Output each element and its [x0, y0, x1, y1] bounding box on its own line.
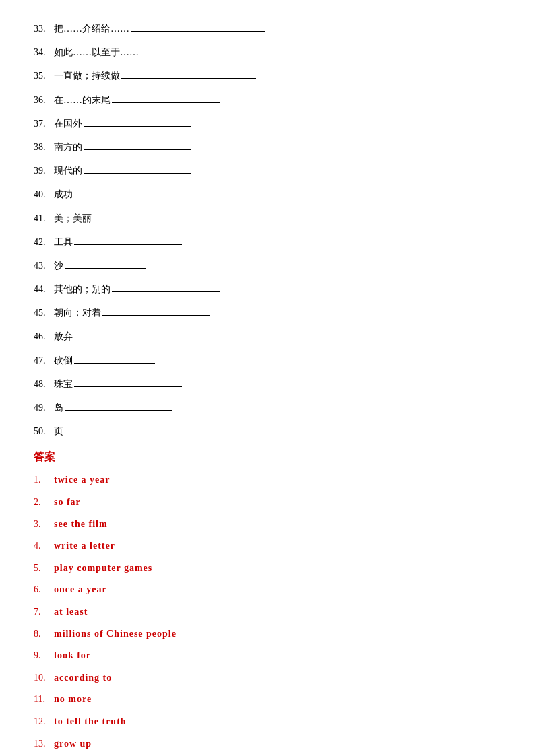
question-item: 40.成功 — [34, 186, 501, 203]
answer-number: 10. — [34, 669, 54, 687]
question-text: 在……的末尾 — [54, 92, 111, 108]
question-text: 放弃 — [54, 328, 73, 345]
question-number: 43. — [34, 257, 54, 274]
question-item: 49.岛 — [34, 399, 501, 416]
answer-item: 11.no more — [34, 691, 501, 709]
answer-number: 7. — [34, 603, 54, 621]
answer-text: so far — [54, 493, 81, 512]
question-number: 47. — [34, 352, 54, 369]
question-item: 37.在国外 — [34, 115, 501, 132]
question-number: 40. — [34, 186, 54, 203]
question-number: 46. — [34, 328, 54, 345]
answers-list: 1.twice a year2.so far3.see the film4.wr… — [34, 471, 501, 756]
question-item: 47.砍倒 — [34, 352, 501, 369]
answer-underline — [93, 211, 201, 221]
question-text: 南方的 — [54, 139, 82, 156]
answer-underline — [112, 281, 220, 292]
question-number: 44. — [34, 281, 54, 298]
question-number: 35. — [34, 67, 54, 84]
question-number: 36. — [34, 92, 54, 108]
answer-text: play computer games — [54, 559, 152, 578]
answer-underline — [140, 44, 275, 55]
question-item: 38.南方的 — [34, 139, 501, 156]
question-text: 朝向；对着 — [54, 304, 101, 321]
answer-text: to tell the truth — [54, 713, 127, 731]
answer-underline — [102, 305, 210, 316]
question-text: 沙 — [54, 257, 63, 274]
question-item: 44.其他的；别的 — [34, 281, 501, 298]
answer-item: 5.play computer games — [34, 559, 501, 578]
question-number: 48. — [34, 376, 54, 392]
question-number: 41. — [34, 210, 54, 227]
answer-number: 8. — [34, 625, 54, 644]
answer-number: 5. — [34, 559, 54, 578]
question-number: 34. — [34, 44, 54, 61]
answer-item: 12.to tell the truth — [34, 713, 501, 731]
answer-underline — [74, 353, 155, 364]
answer-underline — [65, 258, 146, 269]
answer-item: 4.write a letter — [34, 537, 501, 555]
answer-text: write a letter — [54, 537, 115, 555]
question-number: 39. — [34, 162, 54, 179]
answers-section: 答案 1.twice a year2.so far3.see the film4… — [34, 450, 501, 756]
question-text: 现代的 — [54, 162, 82, 179]
question-text: 一直做；持续做 — [54, 67, 120, 84]
question-list: 33.把……介绍给……34.如此……以至于……35.一直做；持续做36.在……的… — [34, 20, 501, 440]
answer-number: 1. — [34, 471, 54, 489]
answer-item: 1.twice a year — [34, 471, 501, 489]
answer-underline — [121, 68, 256, 79]
question-number: 42. — [34, 234, 54, 250]
question-item: 46.放弃 — [34, 328, 501, 345]
answer-item: 10.according to — [34, 669, 501, 687]
answer-underline — [84, 139, 191, 150]
question-text: 成功 — [54, 186, 73, 203]
answer-underline — [65, 423, 172, 434]
question-item: 45.朝向；对着 — [34, 304, 501, 321]
answer-underline — [131, 21, 265, 32]
answer-item: 6.once a year — [34, 581, 501, 599]
question-text: 在国外 — [54, 115, 82, 132]
answer-number: 2. — [34, 493, 54, 512]
answer-underline — [74, 376, 182, 387]
answer-underline — [84, 163, 191, 174]
answer-item: 8.millions of Chinese people — [34, 625, 501, 644]
question-number: 37. — [34, 115, 54, 132]
answer-underline — [74, 234, 182, 245]
question-text: 珠宝 — [54, 376, 73, 392]
question-number: 45. — [34, 304, 54, 321]
question-item: 39.现代的 — [34, 162, 501, 179]
answer-text: see the film — [54, 516, 108, 534]
question-text: 美；美丽 — [54, 210, 92, 227]
question-text: 工具 — [54, 234, 73, 250]
question-item: 50.页 — [34, 423, 501, 440]
answer-item: 13.grow up — [34, 735, 501, 753]
question-item: 43.沙 — [34, 257, 501, 274]
answer-number: 3. — [34, 516, 54, 534]
question-text: 把……介绍给…… — [54, 20, 129, 37]
question-number: 33. — [34, 20, 54, 37]
question-text: 页 — [54, 423, 63, 440]
answer-text: grow up — [54, 735, 92, 753]
answer-text: look for — [54, 647, 91, 665]
question-item: 36.在……的末尾 — [34, 92, 501, 108]
answer-number: 4. — [34, 537, 54, 555]
answer-number: 9. — [34, 647, 54, 665]
question-item: 42.工具 — [34, 234, 501, 250]
answer-text: no more — [54, 691, 92, 709]
answer-text: millions of Chinese people — [54, 625, 177, 644]
answer-number: 6. — [34, 581, 54, 599]
question-item: 48.珠宝 — [34, 376, 501, 392]
question-number: 50. — [34, 423, 54, 440]
answer-item: 9.look for — [34, 647, 501, 665]
answer-item: 7.at least — [34, 603, 501, 621]
answer-underline — [112, 92, 220, 103]
answer-underline — [84, 116, 191, 127]
question-number: 49. — [34, 399, 54, 416]
answer-number: 13. — [34, 735, 54, 753]
answer-underline — [65, 400, 172, 411]
question-text: 岛 — [54, 399, 63, 416]
question-item: 35.一直做；持续做 — [34, 67, 501, 84]
question-item: 34.如此……以至于…… — [34, 44, 501, 61]
question-item: 41.美；美丽 — [34, 210, 501, 227]
question-number: 38. — [34, 139, 54, 156]
